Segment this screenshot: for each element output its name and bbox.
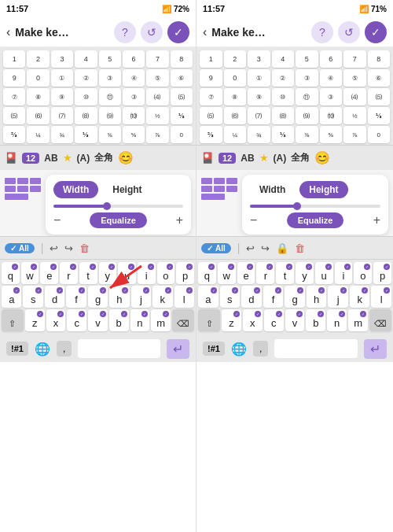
q-key-p[interactable]: p bbox=[176, 262, 194, 284]
rq-key-l[interactable]: l bbox=[371, 286, 391, 308]
rq-key-j[interactable]: j bbox=[328, 286, 348, 308]
toolbar-ab-right[interactable]: AB bbox=[241, 153, 254, 164]
rq-key-p[interactable]: p bbox=[373, 262, 391, 284]
rq-key-i[interactable]: i bbox=[335, 262, 353, 284]
rq-key-w[interactable]: w bbox=[218, 262, 236, 284]
key-c10[interactable]: ⑩ bbox=[75, 88, 97, 105]
key-quarterr[interactable]: ¼ bbox=[224, 126, 247, 143]
backspace-key-right[interactable]: ⌫ bbox=[369, 309, 391, 331]
key-c11r[interactable]: ⑪ bbox=[296, 88, 318, 105]
rq-key-x[interactable]: x bbox=[243, 309, 263, 331]
key-7eighth[interactable]: ⅞ bbox=[146, 126, 168, 143]
minus-button-right[interactable]: − bbox=[250, 213, 257, 227]
q-key-b[interactable]: b bbox=[109, 309, 129, 331]
shift-key-right[interactable]: ⇧ bbox=[198, 309, 220, 331]
all-badge-right[interactable]: ✓ All bbox=[201, 243, 231, 253]
key-p5r[interactable]: ⑸ bbox=[368, 88, 391, 105]
rq-key-q[interactable]: q bbox=[198, 262, 216, 284]
key-2r[interactable]: 2 bbox=[224, 50, 247, 68]
question-button-right[interactable]: ? bbox=[311, 21, 333, 43]
rq-key-e[interactable]: e bbox=[237, 262, 255, 284]
minus-button-left[interactable]: − bbox=[53, 213, 61, 227]
key-3quarterr[interactable]: ¾ bbox=[248, 126, 270, 143]
key-c5[interactable]: ⑤ bbox=[146, 69, 168, 87]
q-key-w[interactable]: w bbox=[21, 262, 39, 284]
key-c8[interactable]: ⑧ bbox=[27, 88, 49, 105]
toolbar-bracket[interactable]: (A) bbox=[77, 153, 90, 164]
undo-icon-right[interactable]: ↩ bbox=[246, 242, 255, 254]
q-key-s[interactable]: s bbox=[23, 286, 42, 308]
key-0[interactable]: 0 bbox=[27, 69, 49, 87]
key-9r[interactable]: 9 bbox=[200, 69, 222, 87]
equalize-button-right[interactable]: Equalize bbox=[287, 212, 344, 228]
key-p8[interactable]: ⑻ bbox=[75, 107, 97, 124]
rq-key-y[interactable]: y bbox=[296, 262, 314, 284]
redo-icon-right[interactable]: ↪ bbox=[261, 242, 270, 254]
trash-icon-right[interactable]: 🗑 bbox=[295, 242, 305, 254]
key-5r[interactable]: 5 bbox=[296, 50, 318, 68]
comma-key-left[interactable]: , bbox=[57, 341, 72, 357]
redo-icon-left[interactable]: ↪ bbox=[64, 242, 73, 254]
rq-key-n[interactable]: n bbox=[327, 309, 347, 331]
width-tab-right[interactable]: Width bbox=[250, 181, 295, 198]
trash-icon-left[interactable]: 🗑 bbox=[79, 242, 90, 254]
key-c8r[interactable]: ⑧ bbox=[224, 88, 247, 105]
key-c6r[interactable]: ⑥ bbox=[368, 69, 391, 87]
q-key-f[interactable]: f bbox=[66, 286, 86, 308]
key-c7r[interactable]: ⑦ bbox=[200, 88, 222, 105]
key-5[interactable]: 5 bbox=[99, 50, 121, 68]
plus-button-right[interactable]: + bbox=[373, 213, 380, 227]
q-key-v[interactable]: v bbox=[88, 309, 108, 331]
key-p10[interactable]: ⑽ bbox=[123, 107, 145, 124]
back-button-right[interactable]: ‹ bbox=[203, 25, 207, 39]
key-c9[interactable]: ⑨ bbox=[51, 88, 73, 105]
key-p9r[interactable]: ⑼ bbox=[296, 107, 318, 124]
comma-key-right[interactable]: , bbox=[253, 341, 268, 357]
space-key-left[interactable] bbox=[78, 339, 160, 358]
undo-icon-left[interactable]: ↩ bbox=[50, 242, 58, 254]
key-third[interactable]: ⅓ bbox=[171, 107, 193, 124]
key-p3[interactable]: ③ bbox=[123, 88, 145, 105]
q-key-k[interactable]: k bbox=[152, 286, 172, 308]
q-key-i[interactable]: i bbox=[138, 262, 156, 284]
toolbar-bracket-right[interactable]: (A) bbox=[274, 153, 287, 164]
q-key-d[interactable]: d bbox=[45, 286, 64, 308]
width-tab-left[interactable]: Width bbox=[53, 181, 98, 198]
key-0br[interactable]: 0 bbox=[368, 126, 391, 143]
q-key-r[interactable]: r bbox=[60, 262, 78, 284]
q-key-y[interactable]: y bbox=[99, 262, 117, 284]
refresh-button-right[interactable]: ↺ bbox=[338, 21, 360, 43]
key-9[interactable]: 9 bbox=[3, 69, 25, 87]
key-7[interactable]: 7 bbox=[146, 50, 168, 68]
enter-key-left[interactable]: ↵ bbox=[167, 339, 189, 359]
key-7eighthr[interactable]: ⅞ bbox=[343, 126, 366, 143]
toolbar-cjk-right[interactable]: 全角 bbox=[291, 151, 310, 164]
rq-key-r[interactable]: r bbox=[256, 262, 274, 284]
key-5eighth[interactable]: ⅝ bbox=[123, 126, 145, 143]
key-p7[interactable]: ⑺ bbox=[51, 107, 73, 124]
numsym-button-left[interactable]: !#1 bbox=[6, 342, 28, 356]
key-c6[interactable]: ⑥ bbox=[171, 69, 193, 87]
key-c3r[interactable]: ③ bbox=[296, 69, 318, 87]
check-button-right[interactable]: ✓ bbox=[365, 21, 387, 43]
rq-key-t[interactable]: t bbox=[276, 262, 294, 284]
key-p5br[interactable]: ⑸ bbox=[200, 107, 222, 124]
key-p6r[interactable]: ⑹ bbox=[224, 107, 247, 124]
q-key-u[interactable]: u bbox=[118, 262, 136, 284]
q-key-h[interactable]: h bbox=[109, 286, 129, 308]
key-3eighth[interactable]: ⅜ bbox=[99, 126, 121, 143]
enter-key-right[interactable]: ↵ bbox=[364, 339, 387, 359]
numsym-button-right[interactable]: !#1 bbox=[203, 342, 225, 356]
rq-key-c[interactable]: c bbox=[264, 309, 284, 331]
height-tab-right[interactable]: Height bbox=[299, 181, 347, 198]
key-thirdr[interactable]: ⅓ bbox=[368, 107, 391, 124]
plus-button-left[interactable]: + bbox=[176, 213, 183, 227]
rq-key-a[interactable]: a bbox=[198, 286, 219, 308]
q-key-g[interactable]: g bbox=[88, 286, 108, 308]
slider-track-right[interactable] bbox=[250, 205, 380, 208]
key-c4[interactable]: ④ bbox=[123, 69, 145, 87]
rq-key-b[interactable]: b bbox=[306, 309, 325, 331]
key-p5b[interactable]: ⑸ bbox=[3, 107, 25, 124]
back-button-left[interactable]: ‹ bbox=[6, 25, 10, 39]
q-key-z[interactable]: z bbox=[25, 309, 45, 331]
